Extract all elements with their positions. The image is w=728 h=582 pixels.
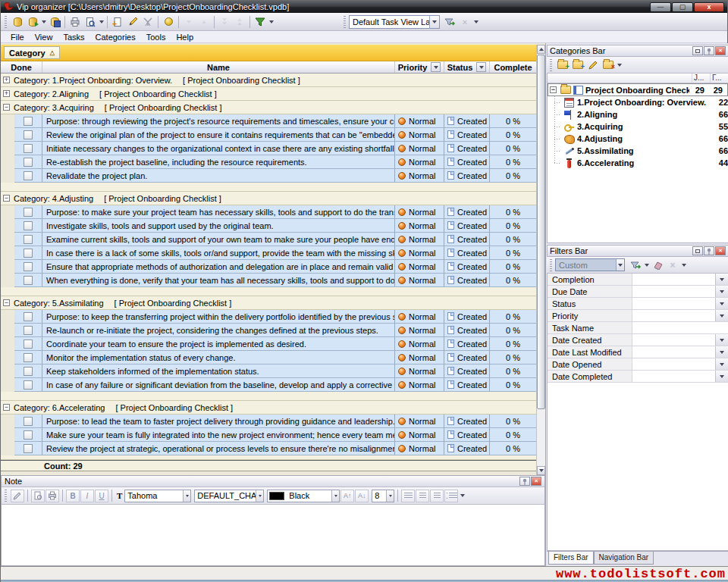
priority-cell[interactable]: Normal [395,233,444,246]
priority-cell[interactable]: Normal [395,324,444,337]
remove-filter-icon[interactable]: × [665,258,680,273]
menu-item[interactable]: Categories [90,32,141,42]
edit-note-icon[interactable] [11,490,24,502]
task-row[interactable]: Purpose: through reviewing the project's… [1,114,536,128]
done-checkbox[interactable] [24,249,33,258]
print-preview-icon[interactable] [83,14,98,30]
italic-button[interactable]: I [80,490,94,502]
group-row[interactable]: + Category: 1.Project Onboarding: Overvi… [1,74,536,87]
done-checkbox[interactable] [24,221,33,230]
open-database-dropdown-icon[interactable] [40,15,47,29]
save-database-icon[interactable] [47,14,62,30]
status-cell[interactable]: Created [444,351,490,365]
toolbar-drag-handle[interactable] [5,16,7,28]
menu-item[interactable]: View [30,32,58,42]
task-row[interactable]: Ensure that appropriate methods of autho… [1,260,536,274]
filter-field-dropdown-icon[interactable] [715,274,728,285]
column-header-status[interactable]: Status [444,61,490,73]
priority-cell[interactable]: Normal [395,169,444,183]
done-checkbox[interactable] [24,312,33,321]
note-toolbar-handle[interactable] [5,490,7,502]
priority-filter-dropdown-icon[interactable] [431,62,441,72]
priority-cell[interactable]: Normal [395,415,444,428]
complete-cell[interactable]: 0 % [490,351,536,365]
new-task-icon[interactable]: + [110,14,125,30]
task-row[interactable]: When everything is done, verify that you… [1,274,536,287]
bullet-list-icon[interactable]: ⁚ [444,490,458,502]
task-row[interactable]: Purpose: to make sure your project team … [1,205,536,219]
filter-field-value[interactable] [632,298,715,309]
expander-icon[interactable]: + [3,90,10,97]
bold-button[interactable]: B [66,490,80,502]
task-row[interactable]: Coordinate your team to ensure the proje… [1,337,536,351]
complete-cell[interactable]: 0 % [490,378,536,392]
collapse-icon[interactable]: − [550,86,557,93]
complete-cell[interactable]: 0 % [490,169,536,183]
font-color-combo[interactable]: Black [267,490,340,502]
complete-cell[interactable]: 0 % [490,442,536,455]
categories-more-dropdown-icon[interactable] [616,58,623,72]
complete-cell[interactable]: 0 % [490,337,536,351]
status-cell[interactable]: Created [444,337,490,351]
priority-cell[interactable]: Normal [395,205,444,219]
task-view-layout-combo[interactable]: Default Task View Layout [349,15,440,29]
filter-field-value[interactable] [632,310,715,321]
note-close-icon[interactable]: × [531,477,541,486]
filter-field-value[interactable] [632,274,715,285]
group-by-category-button[interactable]: Category △ [4,46,60,59]
note-print-icon[interactable] [46,490,59,502]
apply-filter-icon[interactable] [628,258,643,273]
complete-cell[interactable]: 0 % [490,415,536,428]
font-color-dropdown-icon[interactable] [331,490,339,502]
filter-preset-combo[interactable]: Custom [555,258,625,271]
done-checkbox[interactable] [24,326,33,335]
status-cell[interactable]: Created [444,246,490,260]
task-row[interactable]: In case of any failure or significant de… [1,378,536,392]
filter-field-dropdown-icon[interactable] [715,358,728,370]
done-checkbox[interactable] [24,417,33,426]
print-dropdown-icon[interactable] [98,15,105,29]
complete-cell[interactable]: 0 % [490,365,536,378]
title-bar[interactable]: Vip organizer [C:\Users\dmitry\Desktop\P… [1,1,727,13]
task-name-cell[interactable]: Examine current skills, tools and suppor… [42,233,395,246]
task-row[interactable]: Purpose: to keep the transferring projec… [1,310,536,324]
done-checkbox[interactable] [24,117,33,126]
done-checkbox[interactable] [24,430,33,440]
task-row[interactable]: Review the original plan of the project … [1,128,536,142]
expander-icon[interactable]: − [3,195,10,202]
task-row[interactable]: In case there is a lack of some skills, … [1,246,536,260]
note-print-preview-icon[interactable] [31,490,45,502]
task-name-cell[interactable]: Purpose: to lead the team to faster proj… [42,415,395,428]
filter-field-value[interactable] [632,334,715,346]
scrollbar-thumb[interactable] [537,55,545,409]
task-name-cell[interactable]: Re-establish the project baseline, inclu… [42,155,395,169]
complete-cell[interactable]: 0 % [490,205,536,219]
priority-cell[interactable]: Normal [395,219,444,233]
edit-task-icon[interactable] [125,14,140,30]
task-row[interactable]: Investigate skills, tools and support us… [1,219,536,233]
task-name-cell[interactable]: Purpose: to keep the transferring projec… [42,310,395,324]
category-item[interactable]: 6.Accelerating 4 4 [548,157,728,169]
complete-cell[interactable]: 0 % [490,233,536,246]
minimize-button[interactable]: — [650,2,671,12]
filter-icon[interactable] [253,14,268,30]
priority-cell[interactable]: Normal [395,142,444,155]
grow-font-icon[interactable]: A↑ [340,490,354,502]
filter-field-dropdown-icon[interactable] [715,334,728,346]
menu-item[interactable]: Tasks [58,32,89,42]
task-row[interactable]: Examine current skills, tools and suppor… [1,233,536,246]
database-icon[interactable] [10,14,25,30]
done-checkbox[interactable] [24,444,33,453]
task-row[interactable]: Monitor the implementation status of eve… [1,351,536,365]
edit-category-icon[interactable] [585,58,601,73]
column-header-priority[interactable]: Priority [395,61,444,73]
menu-item[interactable]: Tools [141,32,171,42]
complete-cell[interactable]: 0 % [490,274,536,287]
done-checkbox[interactable] [24,144,33,153]
status-cell[interactable]: Created [444,155,490,169]
status-cell[interactable]: Created [444,128,490,142]
expander-icon[interactable]: − [3,104,10,111]
priority-cell[interactable]: Normal [395,128,444,142]
category-item[interactable]: 2.Aligning 6 6 [548,108,728,120]
task-name-cell[interactable]: Ensure that appropriate methods of autho… [42,260,395,274]
